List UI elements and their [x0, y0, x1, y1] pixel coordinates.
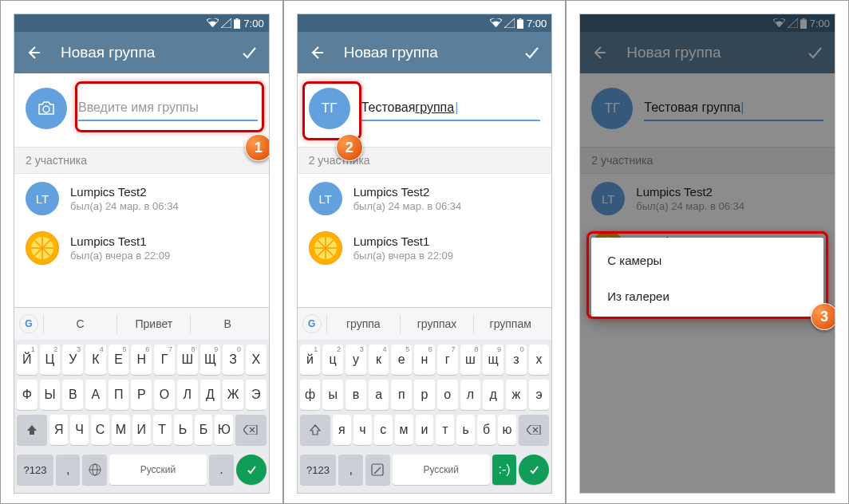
key-ж[interactable]: ж — [506, 380, 527, 410]
confirm-button[interactable] — [523, 44, 540, 61]
key-А[interactable]: А — [85, 380, 106, 410]
key-е[interactable]: е5 — [391, 345, 412, 375]
key-э[interactable]: э — [529, 380, 550, 410]
keyboard[interactable]: G С Привет В Й1Ц2У3К4Е5Н6Г7Ш8Щ9З0Х ФЫВАП… — [14, 307, 269, 493]
key-Ш[interactable]: Ш8 — [177, 345, 198, 375]
key-у[interactable]: у3 — [346, 345, 366, 375]
group-name-input[interactable]: Тестовая группа| — [361, 96, 541, 121]
contact-row[interactable]: LT Lumpics Test2 был(а) 24 мар. в 06:34 — [298, 174, 552, 223]
key-С[interactable]: С — [91, 415, 109, 445]
back-button[interactable] — [591, 45, 609, 61]
symbols-key[interactable]: ?123 — [17, 455, 53, 485]
enter-key[interactable] — [519, 455, 549, 485]
key-Г[interactable]: Г7 — [154, 345, 175, 375]
key-с[interactable]: с — [374, 415, 393, 445]
key-Й[interactable]: Й1 — [17, 345, 38, 375]
suggestion[interactable]: С — [43, 314, 116, 333]
key-Н[interactable]: Н6 — [131, 345, 152, 375]
key-Б[interactable]: Б — [195, 415, 213, 445]
key-ю[interactable]: ю — [498, 415, 516, 445]
google-icon[interactable]: G — [19, 314, 38, 333]
key-У[interactable]: У3 — [62, 345, 83, 375]
key-ч[interactable]: ч — [353, 415, 372, 445]
key-п[interactable]: п — [391, 380, 412, 410]
group-name-input[interactable]: Тестовая группа| — [644, 96, 823, 121]
key-Е[interactable]: Е5 — [109, 345, 129, 375]
key-Ж[interactable]: Ж — [223, 380, 243, 410]
group-name-input[interactable] — [78, 96, 258, 121]
key-т[interactable]: т — [436, 415, 454, 445]
google-icon[interactable]: G — [302, 314, 322, 333]
key-З[interactable]: З0 — [223, 345, 243, 375]
key-Ы[interactable]: Ы — [40, 380, 61, 410]
key-И[interactable]: И — [132, 415, 151, 445]
key-Х[interactable]: Х — [246, 345, 267, 375]
space-key[interactable]: Русский — [109, 455, 207, 485]
key-Ю[interactable]: Ю — [215, 415, 233, 445]
shift-key[interactable] — [300, 415, 330, 445]
suggestion[interactable]: В — [190, 314, 263, 333]
group-photo-button[interactable]: ТГ — [309, 88, 350, 129]
key-ш[interactable]: ш8 — [460, 345, 481, 375]
contact-row[interactable]: LT Lumpics Test2 был(а) 24 мар. в 06:34 — [14, 174, 269, 223]
suggestion[interactable]: Привет — [116, 314, 190, 333]
key-щ[interactable]: щ9 — [483, 345, 503, 375]
smiley-key[interactable]: :-) — [492, 455, 517, 485]
period-key[interactable]: . — [209, 455, 234, 485]
key-и[interactable]: и — [416, 415, 434, 445]
backspace-key[interactable] — [519, 415, 549, 445]
comma-key[interactable]: , — [56, 455, 81, 485]
key-В[interactable]: В — [62, 380, 83, 410]
language-key[interactable] — [82, 455, 107, 485]
key-к[interactable]: к4 — [369, 345, 389, 375]
key-р[interactable]: р — [414, 380, 435, 410]
key-з[interactable]: з0 — [506, 345, 527, 375]
key-Л[interactable]: Л — [177, 380, 198, 410]
confirm-button[interactable] — [240, 44, 258, 61]
suggestion[interactable]: группам — [473, 314, 547, 333]
key-б[interactable]: б — [477, 415, 496, 445]
backspace-key[interactable] — [235, 415, 266, 445]
option-camera[interactable]: С камеры — [591, 242, 823, 278]
key-о[interactable]: о — [437, 380, 458, 410]
key-Ф[interactable]: Ф — [17, 380, 38, 410]
key-М[interactable]: М — [112, 415, 130, 445]
key-н[interactable]: н6 — [414, 345, 435, 375]
back-button[interactable] — [309, 45, 326, 61]
back-button[interactable] — [26, 45, 43, 61]
option-gallery[interactable]: Из галереи — [591, 278, 823, 314]
key-О[interactable]: О — [154, 380, 175, 410]
key-г[interactable]: г7 — [437, 345, 458, 375]
key-л[interactable]: л — [460, 380, 481, 410]
suggestion[interactable]: группах — [400, 314, 473, 333]
key-Р[interactable]: Р — [131, 380, 152, 410]
key-К[interactable]: К4 — [85, 345, 106, 375]
contact-row[interactable]: LT Lumpics Test2 был(а) 24 мар. в 06:34 — [580, 174, 835, 223]
space-key[interactable]: Русский — [393, 455, 490, 485]
key-й[interactable]: й1 — [300, 345, 321, 375]
key-Ч[interactable]: Ч — [70, 415, 89, 445]
symbols-key[interactable]: ?123 — [300, 455, 337, 485]
key-х[interactable]: х — [529, 345, 550, 375]
key-Щ[interactable]: Щ9 — [200, 345, 221, 375]
key-я[interactable]: я — [333, 415, 351, 445]
key-ы[interactable]: ы — [322, 380, 343, 410]
key-Я[interactable]: Я — [49, 415, 68, 445]
key-м[interactable]: м — [395, 415, 413, 445]
group-photo-button[interactable] — [26, 88, 67, 129]
confirm-button[interactable] — [806, 44, 823, 61]
enter-key[interactable] — [236, 455, 267, 485]
keyboard[interactable]: G группа группах группам й1ц2у3к4е5н6г7ш… — [298, 307, 552, 493]
key-ь[interactable]: ь — [456, 415, 475, 445]
comma-key[interactable]: , — [338, 455, 363, 485]
key-П[interactable]: П — [109, 380, 129, 410]
shift-key[interactable] — [17, 415, 47, 445]
key-ц[interactable]: ц2 — [322, 345, 343, 375]
key-Ц[interactable]: Ц2 — [40, 345, 61, 375]
emoji-key[interactable] — [365, 455, 390, 485]
key-Д[interactable]: Д — [200, 380, 221, 410]
key-Т[interactable]: Т — [153, 415, 172, 445]
key-Ь[interactable]: Ь — [174, 415, 192, 445]
key-ф[interactable]: ф — [300, 380, 321, 410]
key-а[interactable]: а — [369, 380, 389, 410]
